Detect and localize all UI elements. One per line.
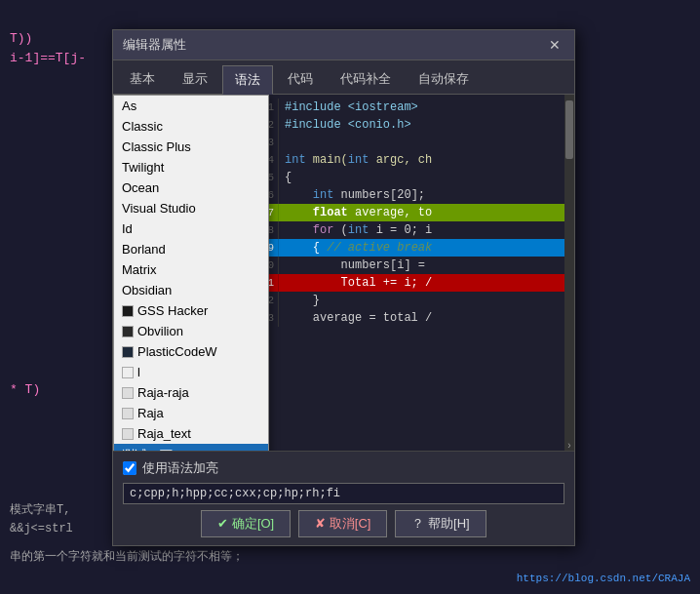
item-label: Ocean	[122, 180, 159, 195]
tab-code-complete[interactable]: 代码补全	[328, 64, 404, 94]
scroll-arrow-down[interactable]: ›	[564, 440, 574, 451]
theme-item-test[interactable]: 测试一下 ↖	[114, 444, 268, 451]
ok-button[interactable]: ✔ 确定[O]	[201, 510, 291, 537]
editor-properties-dialog: 编辑器属性 ✕ 基本 显示 语法 代码 代码补全 自动保存 As Classic…	[112, 29, 575, 546]
theme-item-classic[interactable]: Classic	[114, 116, 268, 137]
tab-auto-save[interactable]: 自动保存	[406, 64, 482, 94]
dialog-buttons: ✔ 确定[O] ✘ 取消[C] ？ 帮助[H]	[123, 510, 564, 537]
item-label: Id	[122, 221, 133, 236]
code-line-7: 7 float average, to	[259, 204, 574, 221]
tab-display[interactable]: 显示	[170, 64, 220, 94]
theme-item-obsidian[interactable]: Obsidian	[114, 280, 268, 300]
item-label: Raja	[137, 406, 164, 420]
file-types-input[interactable]	[123, 483, 564, 504]
line-content: for (int i = 0; i	[283, 221, 574, 239]
code-line-9: 9 { // active break	[259, 239, 574, 257]
theme-item-matrix[interactable]: Matrix	[114, 259, 268, 280]
help-button[interactable]: ？ 帮助[H]	[395, 510, 486, 537]
keyword-int: int	[285, 153, 306, 167]
close-button[interactable]: ✕	[545, 37, 564, 53]
bottom-panel: 使用语法加亮 ✔ 确定[O] ✘ 取消[C] ？ 帮助[H]	[113, 451, 574, 545]
line-content: int numbers[20];	[283, 186, 574, 204]
item-label: Classic Plus	[122, 139, 191, 154]
line-content: #include <iostream>	[283, 99, 574, 116]
tab-bar: 基本 显示 语法 代码 代码补全 自动保存	[113, 60, 574, 95]
item-label: Classic	[122, 119, 163, 134]
item-label: Obsidian	[122, 283, 172, 297]
item-label: As	[122, 99, 136, 113]
cursor-indicator: ↖	[180, 450, 189, 452]
item-label: Raja-raja	[137, 385, 189, 400]
code-line-3: 3	[259, 134, 574, 151]
code-line-4: 4 int main(int argc, ch	[259, 151, 574, 169]
theme-item-as[interactable]: As	[114, 96, 268, 116]
code-line-1: 1 #include <iostream>	[259, 99, 574, 116]
line-content: #include <conio.h>	[283, 116, 574, 134]
theme-dropdown[interactable]: As Classic Classic Plus Twilight Ocean V…	[113, 95, 269, 451]
vertical-scrollbar[interactable]: ›	[564, 95, 574, 451]
theme-item-gss-hacker[interactable]: GSS Hacker	[114, 300, 268, 321]
syntax-highlight-option: 使用语法加亮	[123, 459, 218, 477]
theme-item-classic-plus[interactable]: Classic Plus	[114, 137, 268, 157]
color-swatch	[122, 326, 134, 337]
item-label: Visual Studio	[122, 201, 196, 216]
item-label: Obvilion	[137, 324, 183, 338]
color-swatch	[122, 387, 134, 399]
tab-basic[interactable]: 基本	[117, 64, 168, 94]
line-content: float average, to	[283, 204, 574, 221]
item-label: Twilight	[122, 160, 164, 175]
code-line-13: 13 average = total /	[259, 309, 574, 327]
theme-item-ocean[interactable]: Ocean	[114, 178, 268, 198]
line-content: {	[283, 169, 574, 186]
syntax-highlight-row: 使用语法加亮	[123, 459, 564, 477]
theme-item-twilight[interactable]: Twilight	[114, 157, 268, 178]
theme-item-raja-text[interactable]: Raja_text	[114, 423, 268, 444]
code-line-2: 2 #include <conio.h>	[259, 116, 574, 134]
left-panel: As Classic Classic Plus Twilight Ocean V…	[113, 95, 259, 451]
item-label: Raja_text	[137, 426, 191, 441]
syntax-highlight-checkbox[interactable]	[123, 461, 136, 475]
theme-item-raja[interactable]: Raja	[114, 403, 268, 423]
line-content: int main(int argc, ch	[283, 151, 574, 169]
item-label: Matrix	[122, 262, 156, 277]
theme-item-id[interactable]: Id	[114, 218, 268, 239]
line-content: { // active break	[283, 239, 574, 257]
code-line-5: 5 {	[259, 169, 574, 186]
tab-code[interactable]: 代码	[275, 64, 326, 94]
code-preview: 1 #include <iostream> 2 #include <conio.…	[259, 95, 574, 451]
theme-item-visual-studio[interactable]: Visual Studio	[114, 198, 268, 218]
item-label: GSS Hacker	[137, 303, 208, 318]
theme-item-l[interactable]: l	[114, 362, 268, 382]
line-content	[283, 134, 574, 151]
title-bar: 编辑器属性 ✕	[113, 30, 574, 60]
theme-item-obvilion[interactable]: Obvilion	[114, 321, 268, 341]
theme-item-raja-raja[interactable]: Raja-raja	[114, 382, 268, 403]
scroll-thumb[interactable]	[565, 100, 573, 159]
code-line-12: 12 }	[259, 292, 574, 309]
cancel-button[interactable]: ✘ 取消[C]	[298, 510, 387, 537]
dialog-title: 编辑器属性	[123, 36, 186, 54]
code-line-6: 6 int numbers[20];	[259, 186, 574, 204]
color-swatch	[122, 408, 134, 419]
item-label: Borland	[122, 242, 166, 257]
theme-item-plasticcodew[interactable]: PlasticCodeW	[114, 341, 268, 362]
line-content: }	[283, 292, 574, 309]
color-swatch	[122, 367, 134, 378]
code-line-8: 8 for (int i = 0; i	[259, 221, 574, 239]
item-label: l	[137, 365, 140, 379]
file-types-row	[123, 483, 564, 504]
syntax-highlight-label: 使用语法加亮	[142, 459, 218, 477]
line-content: Total += i; /	[283, 274, 574, 292]
theme-item-borland[interactable]: Borland	[114, 239, 268, 259]
color-swatch	[122, 346, 134, 358]
color-swatch	[122, 428, 134, 440]
code-line-10: 10 numbers[i] =	[259, 257, 574, 274]
code-preview-area: 1 #include <iostream> 2 #include <conio.…	[259, 95, 574, 451]
content-area: As Classic Classic Plus Twilight Ocean V…	[113, 95, 574, 451]
code-line-11: 11 Total += i; /	[259, 274, 574, 292]
tab-syntax[interactable]: 语法	[222, 65, 273, 95]
item-label: PlasticCodeW	[137, 344, 217, 359]
color-swatch	[122, 305, 134, 317]
line-content: average = total /	[283, 309, 574, 327]
code-lines: 1 #include <iostream> 2 #include <conio.…	[259, 95, 574, 451]
